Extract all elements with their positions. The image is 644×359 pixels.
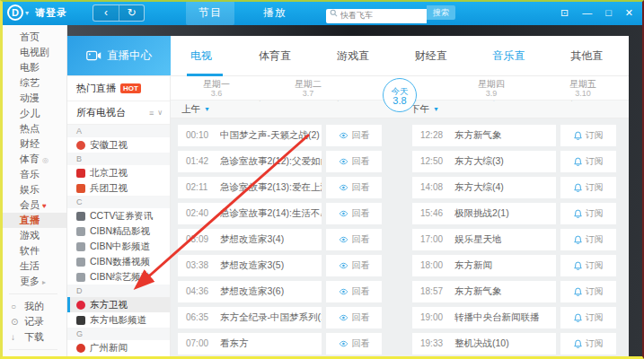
subscribe-button[interactable]: 订阅 — [560, 281, 616, 302]
afternoon-section-header[interactable]: 下午 ▼ — [400, 101, 629, 118]
channel-item[interactable]: CIBN中影频道 — [67, 239, 170, 254]
sidebar-item-15[interactable]: 生活 — [0, 258, 66, 274]
login-link[interactable]: 请登录 — [35, 6, 67, 20]
refresh-icon[interactable]: ↻ — [119, 5, 144, 21]
subscribe-button[interactable]: 订阅 — [560, 203, 616, 224]
sidebar-item-8[interactable]: 体育◎ — [0, 152, 66, 167]
back-icon[interactable]: ‹ — [93, 5, 119, 21]
today-circle[interactable]: 今天3.8 — [383, 78, 417, 112]
subscribe-button[interactable]: 订阅 — [560, 151, 616, 172]
live-tab-3[interactable]: 财经直播 — [395, 36, 473, 76]
nav-extra-0[interactable]: ⊟游戏 — [0, 355, 66, 359]
logo-caret-icon[interactable]: ▾ — [25, 9, 29, 17]
nav-tool-2[interactable]: ↓下载 — [0, 329, 66, 345]
channel-item[interactable]: 北京卫视 — [67, 165, 170, 180]
program-entry[interactable]: 02:40急诊室故事2(14):生活不易 — [178, 203, 322, 224]
channel-item[interactable]: 东方卫视 — [67, 297, 170, 312]
app-logo-icon[interactable]: D — [7, 4, 23, 21]
sidebar-item-7[interactable]: 财经 — [0, 136, 66, 152]
nav-tool-0[interactable]: ○我的 — [0, 299, 66, 314]
program-entry[interactable]: 04:36梦想改造家3(6) — [178, 281, 322, 302]
channel-item[interactable]: CCTV证券资讯 — [67, 208, 170, 223]
program-entry[interactable]: 03:09梦想改造家3(4) — [178, 229, 322, 250]
replay-button[interactable]: 回看 — [326, 125, 382, 146]
channel-item[interactable]: 安徽卫视 — [67, 137, 170, 153]
program-entry[interactable]: 18:57东方新气象 — [412, 281, 556, 302]
close-icon[interactable]: ✕ — [625, 8, 633, 18]
date-cell-4[interactable]: 星期五3.10 — [537, 76, 629, 100]
replay-button[interactable]: 回看 — [326, 151, 382, 172]
program-entry[interactable]: 19:33整机决战(10) — [412, 333, 556, 355]
subscribe-button[interactable]: 订阅 — [560, 333, 616, 355]
sidebar-item-11[interactable]: 会员♥ — [0, 197, 66, 213]
subscribe-button[interactable]: 订阅 — [560, 307, 616, 328]
morning-section-header[interactable]: 上午 ▼ — [171, 101, 400, 118]
channel-item[interactable]: 东方电影频道 — [67, 312, 170, 328]
replay-button[interactable]: 回看 — [326, 177, 382, 198]
sidebar-item-1[interactable]: 电视剧 — [0, 45, 66, 60]
channel-item[interactable]: CIBN数播视频 — [67, 254, 170, 269]
sidebar-item-2[interactable]: 电影 — [0, 60, 66, 75]
sidebar-item-14[interactable]: 软件 — [0, 243, 66, 258]
channel-item[interactable]: 贵州卫视 — [67, 355, 170, 359]
maximize-icon[interactable]: □ — [605, 8, 612, 18]
live-tab-4[interactable]: 音乐直播 — [472, 36, 551, 76]
tab-programs[interactable]: 节目 — [186, 1, 234, 25]
sidebar-item-16[interactable]: 更多▸ — [0, 274, 66, 289]
channel-item[interactable]: CIBN综艺频道 — [67, 269, 170, 285]
sidebar-item-5[interactable]: 少儿 — [0, 106, 66, 121]
replay-button[interactable]: 回看 — [326, 281, 382, 302]
tab-play[interactable]: 播放 — [251, 1, 299, 25]
date-cell-0[interactable]: 星期一3.6 — [171, 76, 262, 100]
program-entry[interactable]: 17:00娱乐星天地 — [412, 229, 556, 250]
sidebar-item-0[interactable]: 首页 — [0, 30, 66, 45]
program-entry[interactable]: 03:38梦想改造家3(5) — [178, 255, 322, 276]
program-entry[interactable]: 00:10中国梦之声-天籁之战(2) — [178, 125, 322, 146]
replay-button[interactable]: 回看 — [326, 307, 382, 328]
sidebar-item-9[interactable]: 音乐 — [0, 167, 66, 182]
nav-tool-1[interactable]: ⊙记录 — [0, 314, 66, 329]
sidebar-item-3[interactable]: 综艺 — [0, 75, 66, 91]
sidebar-item-4[interactable]: 动漫 — [0, 91, 66, 106]
channel-item[interactable]: 兵团卫视 — [67, 180, 170, 196]
live-tab-0[interactable]: 电视台 — [171, 36, 239, 76]
replay-button[interactable]: 回看 — [326, 229, 382, 250]
sidebar-item-13[interactable]: 游戏 — [0, 228, 66, 243]
program-entry[interactable]: 01:42急诊室故事2(12):父爱如山 — [178, 151, 322, 172]
list-view-icon[interactable]: ≡ — [149, 109, 154, 118]
live-tab-5[interactable]: 其他直播 — [551, 36, 629, 76]
search-button[interactable]: 搜索 — [427, 5, 455, 20]
subscribe-button[interactable]: 订阅 — [560, 229, 616, 250]
program-entry[interactable]: 12:50东方大综(3) — [412, 151, 556, 172]
replay-button[interactable]: 回看 — [326, 333, 382, 355]
subscribe-button[interactable]: 订阅 — [560, 125, 616, 146]
sidebar-item-12[interactable]: 直播 — [0, 213, 66, 228]
hot-live-entry[interactable]: 热门直播 HOT — [67, 76, 170, 101]
subscribe-button[interactable]: 订阅 — [560, 255, 616, 276]
all-channels-header[interactable]: 所有电视台 ≡ ∨ — [67, 101, 170, 125]
program-entry[interactable]: 18:00东方新闻 — [412, 255, 556, 276]
settings-icon[interactable]: ⊡ — [560, 8, 569, 18]
date-cell-1[interactable]: 星期二3.7 — [262, 76, 354, 100]
program-entry[interactable]: 19:00转播中央台新闻联播 — [412, 307, 556, 328]
subscribe-button[interactable]: 订阅 — [560, 177, 616, 198]
channel-item[interactable]: CIBN精品影视 — [67, 223, 170, 239]
program-entry[interactable]: 02:11急诊室故事2(13):爱在上海 — [178, 177, 322, 198]
program-entry[interactable]: 07:00看东方 — [178, 333, 322, 355]
program-entry[interactable]: 12:28东方新气象 — [412, 125, 556, 146]
live-tab-2[interactable]: 游戏直播 — [317, 36, 395, 76]
channel-item[interactable]: 广州新闻 — [67, 340, 170, 355]
live-tab-1[interactable]: 体育直播 — [239, 36, 317, 76]
search-input[interactable] — [326, 9, 427, 23]
chevron-down-icon[interactable]: ∨ — [157, 109, 163, 117]
sidebar-item-6[interactable]: 热点 — [0, 121, 66, 136]
program-entry[interactable]: 14:08东方大综(4) — [412, 177, 556, 198]
date-cell-3[interactable]: 星期四3.9 — [446, 76, 537, 100]
sidebar-item-10[interactable]: 娱乐 — [0, 182, 66, 197]
program-entry[interactable]: 06:35东方全纪录-中国梦系列(1) — [178, 307, 322, 328]
replay-button[interactable]: 回看 — [326, 255, 382, 276]
date-cell-2[interactable]: 今天3.8 — [354, 76, 446, 100]
minimize-icon[interactable]: — — [582, 8, 592, 18]
program-entry[interactable]: 15:46极限挑战2(1) — [412, 203, 556, 224]
replay-button[interactable]: 回看 — [326, 203, 382, 224]
